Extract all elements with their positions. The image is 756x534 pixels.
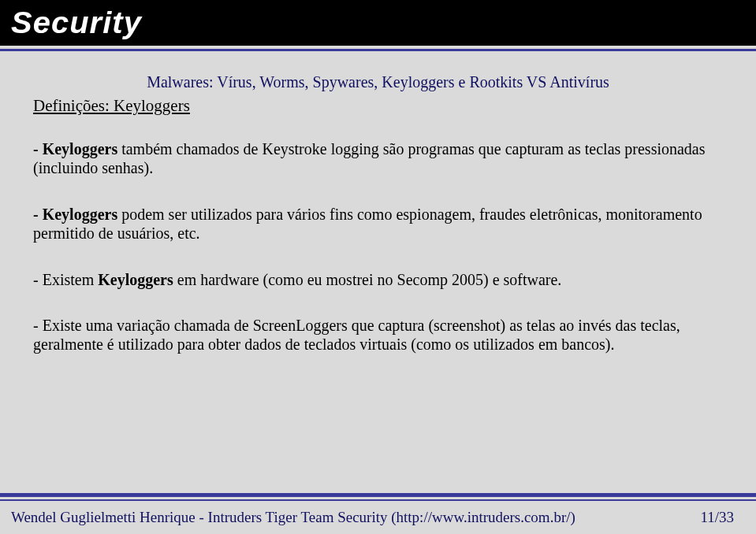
paragraph-2: - Keyloggers podem ser utilizados para v… — [33, 205, 723, 243]
paragraph-4: - Existe uma variação chamada de ScreenL… — [33, 316, 723, 354]
paragraph-4-text: - Existe uma variação chamada de ScreenL… — [33, 317, 680, 353]
paragraph-1-lead: - Keyloggers — [33, 140, 117, 158]
paragraph-3: - Existem Keyloggers em hardware (como e… — [33, 270, 723, 289]
page-number: 11/33 — [700, 509, 734, 526]
footer-author: Wendel Guglielmetti Henrique - Intruders… — [11, 509, 575, 526]
paragraph-1-rest: também chamados de Keystroke logging são… — [33, 140, 706, 176]
footer-rule-thin — [0, 499, 756, 501]
paragraph-3-bold: Keyloggers — [98, 271, 173, 288]
footer-rule-thick — [0, 493, 756, 497]
paragraph-2-rest: podem ser utilizados para vários fins co… — [33, 206, 702, 242]
paragraph-3-post: em hardware (como eu mostrei no Secomp 2… — [173, 271, 562, 288]
paragraph-2-lead: - Keyloggers — [33, 206, 117, 223]
paragraph-1: - Keyloggers também chamados de Keystrok… — [33, 139, 723, 178]
logo-text: Security — [11, 6, 142, 40]
section-heading: Definições: Keyloggers — [33, 96, 723, 116]
header-bar: Security — [0, 0, 756, 46]
slide-title: Malwares: Vírus, Worms, Spywares, Keylog… — [33, 73, 723, 91]
footer-rules — [0, 493, 756, 501]
slide-content: Malwares: Vírus, Worms, Spywares, Keylog… — [0, 51, 756, 354]
footer: Wendel Guglielmetti Henrique - Intruders… — [0, 506, 756, 534]
paragraph-3-pre: - Existem — [33, 271, 98, 288]
